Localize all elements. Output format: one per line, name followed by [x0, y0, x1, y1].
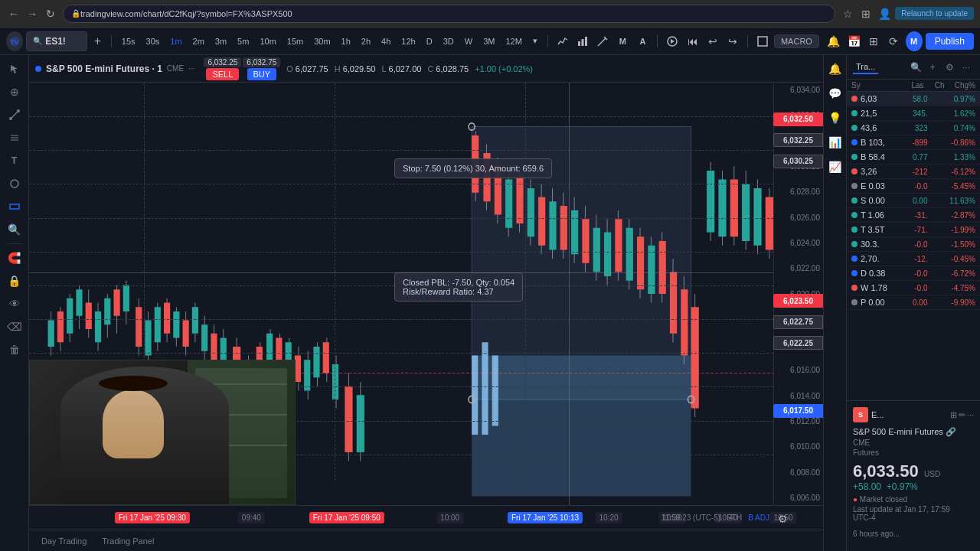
- calendar-btn[interactable]: 📅: [845, 31, 862, 51]
- crosshair-tool[interactable]: ⊕: [4, 81, 25, 103]
- sell-btn[interactable]: SELL: [206, 68, 239, 80]
- svg-line-9: [11, 111, 18, 119]
- layout-btn[interactable]: ⊞: [865, 31, 882, 51]
- tf-1m[interactable]: 1m: [166, 35, 185, 47]
- eraser-tool[interactable]: ⌫: [4, 316, 25, 337]
- wl-row-4[interactable]: B 103, -899 -0.86%: [847, 135, 980, 150]
- back-btn[interactable]: ←: [6, 6, 21, 21]
- tf-2m[interactable]: 2m: [189, 35, 208, 47]
- reload-btn[interactable]: ↻: [43, 6, 58, 21]
- tf-3m-tf[interactable]: 3M: [479, 35, 498, 47]
- wl-row-1[interactable]: 6,03 58.0 0.97%: [847, 92, 980, 106]
- tf-12h[interactable]: 12h: [397, 35, 419, 47]
- tab-day-trading[interactable]: Day Trading: [35, 535, 93, 547]
- tf-5m[interactable]: 5m: [234, 35, 253, 47]
- tf-3m[interactable]: 3m: [211, 35, 230, 47]
- fib-tool[interactable]: [4, 127, 25, 148]
- wl-row-9[interactable]: T 1.06 -31. -2.87%: [847, 208, 980, 223]
- tf-10m[interactable]: 10m: [256, 35, 279, 47]
- back-test-btn[interactable]: ⏮: [684, 31, 701, 51]
- redo-btn[interactable]: ↪: [724, 31, 741, 51]
- address-bar[interactable]: 🔒 tradingview.com/chart/dC2fKqj/?symbol=…: [63, 5, 835, 23]
- panel-search-icon[interactable]: 🔍: [908, 60, 923, 75]
- ideas-icon[interactable]: 💡: [825, 107, 846, 129]
- buy-btn[interactable]: BUY: [247, 68, 277, 80]
- tf-30m[interactable]: 30m: [310, 35, 334, 47]
- tf-w[interactable]: W: [461, 35, 476, 47]
- measure-tool[interactable]: [4, 196, 25, 217]
- browser-star[interactable]: ☆: [840, 6, 855, 21]
- refresh-layout-btn[interactable]: ⟳: [885, 31, 902, 51]
- wl-row-13[interactable]: D 0.38 -0.0 -6.72%: [847, 266, 980, 281]
- wl-row-14[interactable]: W 1.78 -0.0 -4.75%: [847, 281, 980, 295]
- chat-icon[interactable]: 💬: [825, 83, 846, 104]
- a-btn[interactable]: A: [634, 31, 651, 51]
- tf-dropdown[interactable]: ▾: [529, 34, 541, 47]
- tf-12m[interactable]: 12M: [501, 35, 525, 47]
- tf-4h[interactable]: 4h: [377, 35, 394, 47]
- text-tool[interactable]: T: [4, 150, 25, 171]
- alert-btn[interactable]: 🔔: [825, 31, 842, 51]
- forward-btn[interactable]: →: [24, 6, 40, 21]
- eye-tool[interactable]: 👁: [4, 293, 25, 315]
- wl-row-3[interactable]: 43,6 323 0.74%: [847, 121, 980, 135]
- update-btn[interactable]: Relaunch to update: [895, 7, 974, 20]
- wl-row-5[interactable]: B 58.4 0.77 1.33%: [847, 150, 980, 165]
- cursor-tool[interactable]: [4, 58, 25, 80]
- time-settings-btn[interactable]: ⚙: [773, 509, 792, 529]
- shapes-tool[interactable]: [4, 173, 25, 194]
- macro-btn[interactable]: MACRO: [774, 34, 819, 48]
- profile-icon[interactable]: TV: [6, 31, 23, 51]
- wl-row-8[interactable]: S 0.00 0.00 11.63%: [847, 194, 980, 208]
- bar-replay-btn[interactable]: [664, 31, 681, 51]
- tf-2h[interactable]: 2h: [358, 35, 374, 47]
- chart-timestamp: 11:59:23 (UTC-5): [661, 514, 720, 522]
- svg-rect-33: [104, 298, 110, 325]
- m-btn[interactable]: M: [614, 31, 631, 51]
- wl-row-15[interactable]: P 0.00 0.00 -9.90%: [847, 295, 980, 310]
- tf-15s[interactable]: 15s: [118, 35, 139, 47]
- strategy-icon[interactable]: 📈: [825, 156, 846, 178]
- tf-15m[interactable]: 15m: [283, 35, 307, 47]
- panel-add-icon[interactable]: +: [925, 60, 940, 75]
- wl-row-2[interactable]: 21,5 345. 1.62%: [847, 106, 980, 121]
- add-symbol-btn[interactable]: +: [90, 33, 105, 50]
- search-box[interactable]: 🔍 ES1!: [26, 31, 87, 51]
- fullscreen-btn[interactable]: [754, 31, 771, 51]
- browser-profile[interactable]: 👤: [877, 6, 892, 21]
- tf-30s[interactable]: 30s: [142, 35, 164, 47]
- lock-drawings-tool[interactable]: 🔒: [4, 270, 25, 292]
- magnet-tool[interactable]: 🧲: [4, 247, 25, 269]
- tf-3d[interactable]: 3D: [439, 35, 458, 47]
- zoom-tool[interactable]: 🔍: [4, 219, 25, 240]
- trash-tool[interactable]: 🗑: [4, 339, 25, 360]
- inst-more-icon[interactable]: ···: [967, 410, 974, 420]
- account-btn[interactable]: M: [906, 31, 923, 51]
- tab-trading-panel[interactable]: Trading Panel: [96, 535, 160, 547]
- wl-row-10[interactable]: T 3.5T -71. -1.99%: [847, 223, 980, 237]
- wl-row-12[interactable]: 2,70. -12. -0.45%: [847, 252, 980, 266]
- undo-btn[interactable]: ↩: [704, 31, 721, 51]
- drawing-tools-btn[interactable]: [594, 31, 611, 51]
- trend-line-tool[interactable]: [4, 104, 25, 126]
- strategies-btn[interactable]: [574, 31, 591, 51]
- tf-d[interactable]: D: [423, 35, 436, 47]
- inst-grid-icon[interactable]: ⊞: [950, 410, 957, 420]
- tf-1h[interactable]: 1h: [338, 35, 354, 47]
- alerts-icon[interactable]: 🔔: [825, 58, 846, 80]
- browser-ext[interactable]: ⊞: [858, 6, 874, 21]
- close-label: C: [427, 64, 433, 73]
- publish-btn[interactable]: Publish: [926, 33, 974, 50]
- panel-settings-icon[interactable]: ⚙: [942, 60, 957, 75]
- inst-edit-icon[interactable]: ✏: [959, 410, 965, 420]
- wl-row-7[interactable]: E 0.03 -0.0 -5.45%: [847, 179, 980, 194]
- svg-line-5: [598, 38, 606, 46]
- chart-canvas[interactable]: Stop: 7.50 (0.12%) 30, Amount: 659.6 Clo…: [29, 83, 823, 505]
- h-line-8: [29, 353, 773, 354]
- data-icon[interactable]: 📊: [825, 132, 846, 153]
- wl-row-6[interactable]: 3,26 -212 -6.12%: [847, 165, 980, 179]
- panel-tab-watchlist[interactable]: Tra...: [853, 60, 878, 74]
- indicators-btn[interactable]: [554, 31, 571, 51]
- panel-more-icon[interactable]: ···: [959, 60, 974, 75]
- wl-row-11[interactable]: 30.3. -0.0 -1.50%: [847, 237, 980, 252]
